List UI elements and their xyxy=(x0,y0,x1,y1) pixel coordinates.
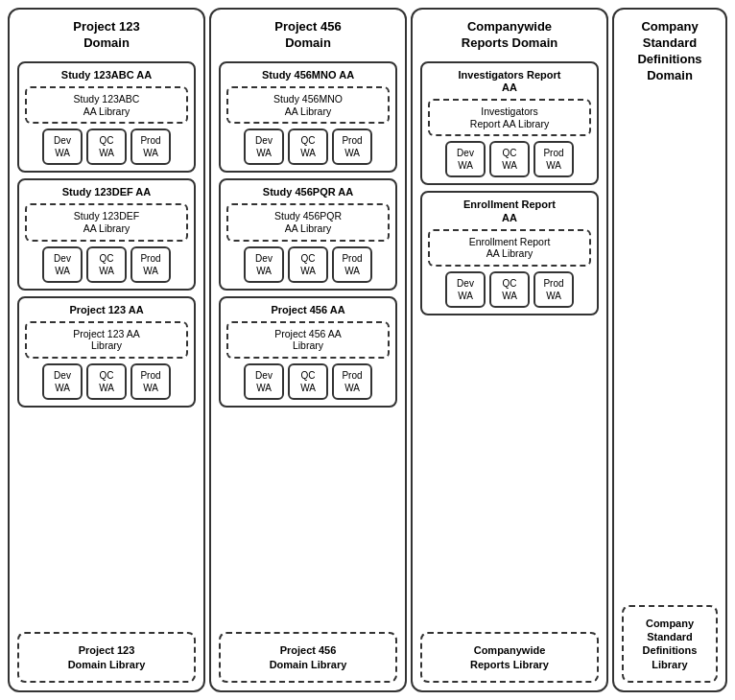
column-project123: Project 123 DomainStudy 123ABC AAStudy 1… xyxy=(8,8,205,692)
wa-box-study456pqr-2: Prod WA xyxy=(332,246,372,283)
study-title-study456pqr: Study 456PQR AA xyxy=(226,186,390,198)
library-box-investigators: Investigators Report AA Library xyxy=(428,99,591,136)
wa-box-project456aa-0: Dev WA xyxy=(244,363,284,400)
wa-box-project123aa-0: Dev WA xyxy=(42,363,83,400)
study-group-study456mno: Study 456MNO AAStudy 456MNO AA LibraryDe… xyxy=(219,61,397,173)
library-box-project456aa: Project 456 AA Library xyxy=(226,321,390,359)
wa-box-study456mno-2: Prod WA xyxy=(332,128,372,165)
wa-box-investigators-0: Dev WA xyxy=(445,141,486,177)
title-project456: Project 456 Domain xyxy=(219,17,397,56)
wa-box-project456aa-2: Prod WA xyxy=(332,363,372,400)
study-title-enrollment: Enrollment Report AA xyxy=(428,198,591,223)
library-box-study456mno: Study 456MNO AA Library xyxy=(226,86,390,124)
column-companywide: Companywide Reports DomainInvestigators … xyxy=(411,8,608,692)
csd-title: Company Standard Definitions Domain xyxy=(637,17,701,92)
wa-row-project456aa: Dev WAQC WAProd WA xyxy=(226,363,390,400)
main-container: Project 123 DomainStudy 123ABC AAStudy 1… xyxy=(0,0,735,700)
column-project456: Project 456 DomainStudy 456MNO AAStudy 4… xyxy=(209,8,407,692)
wa-box-study456pqr-1: QC WA xyxy=(288,246,328,283)
wa-box-study456pqr-0: Dev WA xyxy=(244,246,284,283)
study-title-study123def: Study 123DEF AA xyxy=(25,186,188,198)
wa-box-study123abc-2: Prod WA xyxy=(130,128,171,165)
wa-box-study123def-1: QC WA xyxy=(86,246,127,283)
wa-row-study456mno: Dev WAQC WAProd WA xyxy=(226,128,390,165)
wa-box-study123def-0: Dev WA xyxy=(42,246,83,283)
wa-box-investigators-2: Prod WA xyxy=(533,141,574,177)
study-title-project456aa: Project 456 AA xyxy=(226,304,390,316)
library-box-enrollment: Enrollment Report AA Library xyxy=(428,229,591,267)
wa-row-study456pqr: Dev WAQC WAProd WA xyxy=(226,246,390,283)
study-group-project456aa: Project 456 AAProject 456 AA LibraryDev … xyxy=(219,296,397,408)
wa-box-enrollment-1: QC WA xyxy=(489,271,530,308)
csd-library-box: Company Standard Definitions Library xyxy=(622,605,718,683)
study-group-study123abc: Study 123ABC AAStudy 123ABC AA LibraryDe… xyxy=(17,61,196,173)
library-box-project123aa: Project 123 AA Library xyxy=(25,321,188,359)
domain-library-companywide: Companywide Reports Library xyxy=(420,632,599,683)
study-title-investigators: Investigators Report AA xyxy=(428,69,591,94)
domain-library-project456: Project 456 Domain Library xyxy=(219,632,397,683)
wa-box-study456mno-1: QC WA xyxy=(288,128,328,165)
study-title-study123abc: Study 123ABC AA xyxy=(25,69,188,82)
study-title-project123aa: Project 123 AA xyxy=(25,304,188,316)
study-group-project123aa: Project 123 AAProject 123 AA LibraryDev … xyxy=(17,296,196,408)
library-box-study123abc: Study 123ABC AA Library xyxy=(25,86,188,124)
study-title-study456mno: Study 456MNO AA xyxy=(226,69,390,82)
wa-row-investigators: Dev WAQC WAProd WA xyxy=(428,141,591,177)
wa-box-enrollment-2: Prod WA xyxy=(533,271,574,308)
wa-row-enrollment: Dev WAQC WAProd WA xyxy=(428,271,591,308)
wa-box-study456mno-0: Dev WA xyxy=(244,128,284,165)
wa-row-study123abc: Dev WAQC WAProd WA xyxy=(25,128,188,165)
study-group-investigators: Investigators Report AAInvestigators Rep… xyxy=(420,61,599,186)
domain-library-project123: Project 123 Domain Library xyxy=(17,632,196,683)
wa-box-project123aa-2: Prod WA xyxy=(130,363,171,400)
study-group-study123def: Study 123DEF AAStudy 123DEF AA LibraryDe… xyxy=(17,178,196,290)
wa-box-study123def-2: Prod WA xyxy=(130,246,171,283)
library-box-study456pqr: Study 456PQR AA Library xyxy=(226,203,390,241)
wa-box-study123abc-1: QC WA xyxy=(86,128,127,165)
study-group-enrollment: Enrollment Report AAEnrollment Report AA… xyxy=(420,191,599,315)
wa-box-investigators-1: QC WA xyxy=(489,141,530,177)
wa-box-project123aa-1: QC WA xyxy=(86,363,127,400)
library-box-study123def: Study 123DEF AA Library xyxy=(25,203,188,241)
csd-column: Company Standard Definitions DomainCompa… xyxy=(612,8,727,692)
wa-box-project456aa-1: QC WA xyxy=(288,363,328,400)
study-group-study456pqr: Study 456PQR AAStudy 456PQR AA LibraryDe… xyxy=(219,178,397,290)
wa-box-enrollment-0: Dev WA xyxy=(445,271,486,308)
wa-row-project123aa: Dev WAQC WAProd WA xyxy=(25,363,188,400)
wa-row-study123def: Dev WAQC WAProd WA xyxy=(25,246,188,283)
title-project123: Project 123 Domain xyxy=(17,17,196,56)
title-companywide: Companywide Reports Domain xyxy=(420,17,599,56)
wa-box-study123abc-0: Dev WA xyxy=(42,128,83,165)
